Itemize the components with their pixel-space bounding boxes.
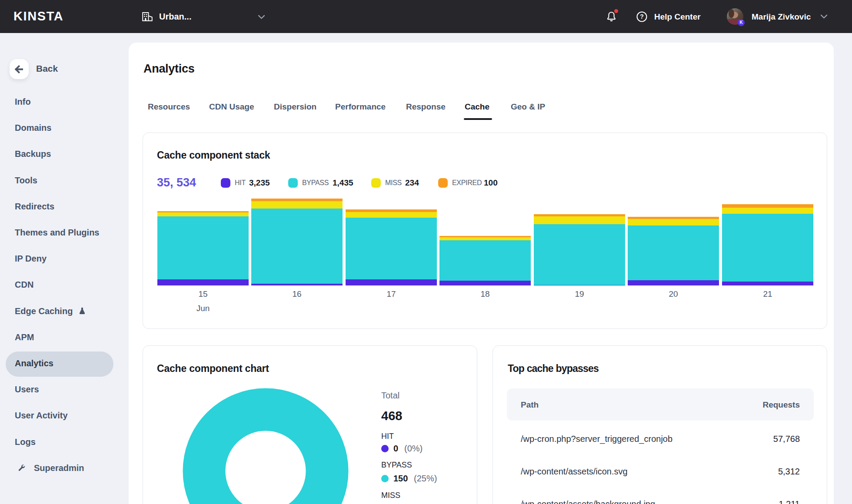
svg-text:?: ? [640,13,644,20]
